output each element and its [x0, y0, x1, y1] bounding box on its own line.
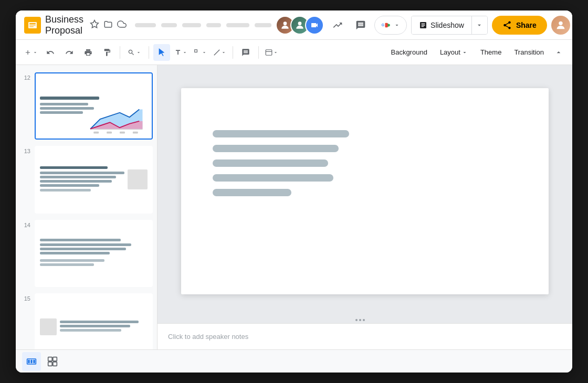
bottom-panel — [16, 349, 572, 373]
svg-rect-24 — [33, 359, 35, 363]
star-icon[interactable] — [90, 19, 99, 31]
svg-rect-16 — [91, 129, 143, 130]
comments-icon[interactable] — [351, 16, 370, 35]
canvas-scroll[interactable] — [158, 65, 572, 317]
separator-4 — [258, 46, 259, 59]
redo-button[interactable] — [61, 44, 78, 61]
slide-thumbnail-12[interactable] — [35, 72, 153, 140]
title-actions — [90, 19, 127, 31]
slide-thumbnail-13[interactable] — [35, 146, 153, 213]
collapse-toolbar-button[interactable] — [551, 45, 566, 60]
speaker-notes[interactable]: Click to add speaker notes — [158, 323, 572, 349]
slide-canvas[interactable] — [181, 88, 549, 294]
slideshow-button[interactable]: Slideshow — [412, 16, 471, 34]
content-line-4 — [213, 174, 333, 182]
layout-label: Layout — [440, 48, 460, 56]
background-button[interactable]: Background — [385, 44, 432, 61]
svg-rect-12 — [195, 49, 197, 52]
text-tool[interactable] — [172, 44, 190, 61]
slide-item-15[interactable]: 15 — [16, 290, 157, 349]
svg-rect-15 — [266, 51, 272, 51]
content-line-1 — [213, 130, 349, 137]
toolbar-right: Background Layout Theme Transition — [385, 44, 566, 61]
thumb-15-image — [40, 318, 57, 335]
slideshow-dropdown[interactable] — [471, 16, 487, 34]
title-bar: Business Proposal — [16, 10, 572, 40]
slide-panel: 12 — [16, 65, 158, 349]
print-button[interactable] — [80, 44, 97, 61]
add-button[interactable] — [22, 44, 40, 61]
slides-logo-icon — [24, 17, 41, 34]
shape-tool[interactable] — [192, 44, 209, 61]
theme-button[interactable]: Theme — [475, 44, 507, 61]
svg-rect-28 — [53, 361, 57, 366]
slideshow-button-group: Slideshow — [411, 16, 488, 35]
resize-handle[interactable] — [355, 319, 365, 321]
collaborators — [276, 16, 324, 35]
slide-number-13: 13 — [20, 146, 30, 154]
svg-point-7 — [298, 22, 302, 25]
svg-rect-2 — [29, 23, 36, 24]
folder-icon[interactable] — [103, 19, 113, 31]
document-title[interactable]: Business Proposal — [45, 14, 83, 36]
slide-item-12[interactable]: 12 — [16, 69, 157, 143]
filmstrip-view-button[interactable] — [22, 352, 41, 371]
share-label: Share — [516, 21, 537, 29]
slide-layout-tool[interactable] — [263, 44, 280, 61]
paint-format-button[interactable] — [99, 44, 116, 61]
svg-rect-14 — [266, 49, 272, 55]
thumb-13-image — [128, 169, 148, 189]
svg-rect-23 — [30, 359, 32, 363]
svg-rect-27 — [48, 361, 52, 366]
separator-2 — [149, 46, 149, 59]
grid-view-button[interactable] — [43, 352, 62, 371]
svg-rect-20 — [133, 132, 138, 134]
svg-rect-4 — [29, 26, 34, 27]
slideshow-label: Slideshow — [430, 21, 464, 29]
main-area: 12 — [16, 65, 572, 349]
svg-rect-19 — [120, 132, 125, 134]
zoom-button[interactable] — [124, 44, 144, 61]
title-right-actions: G Slideshow — [276, 16, 570, 35]
svg-rect-25 — [48, 357, 52, 361]
slide-main-content — [181, 88, 549, 238]
add-comment-tool[interactable] — [237, 44, 254, 61]
slide-item-13[interactable]: 13 — [16, 143, 157, 216]
collaborator-badge — [305, 16, 324, 35]
user-avatar[interactable] — [551, 16, 570, 35]
svg-rect-18 — [107, 132, 112, 134]
svg-text:G: G — [382, 23, 384, 27]
toolbar: Background Layout Theme Transition — [16, 40, 572, 65]
svg-rect-10 — [385, 23, 388, 27]
line-tool[interactable] — [211, 44, 228, 61]
slide-number-14: 14 — [20, 220, 30, 228]
content-line-3 — [213, 159, 328, 167]
slide-thumbnail-15[interactable] — [35, 293, 153, 349]
transition-label: Transition — [514, 48, 544, 56]
slide-thumbnail-14[interactable] — [35, 220, 153, 287]
slide-number-15: 15 — [20, 293, 30, 302]
separator-1 — [120, 46, 120, 59]
share-button[interactable]: Share — [492, 16, 547, 35]
svg-rect-22 — [28, 359, 29, 363]
layout-button[interactable]: Layout — [435, 44, 473, 61]
slide-number-12: 12 — [20, 72, 30, 81]
content-line-2 — [213, 145, 339, 152]
analytics-icon[interactable] — [328, 16, 347, 35]
svg-point-11 — [559, 21, 562, 25]
separator-3 — [233, 46, 233, 59]
svg-rect-26 — [53, 357, 57, 361]
theme-label: Theme — [480, 48, 501, 56]
svg-marker-5 — [91, 20, 99, 27]
content-line-5 — [213, 189, 291, 196]
meet-button[interactable]: G — [374, 16, 407, 35]
svg-rect-17 — [94, 132, 99, 134]
cloud-icon[interactable] — [117, 19, 127, 31]
slide-item-14[interactable]: 14 — [16, 217, 157, 290]
select-tool[interactable] — [153, 44, 170, 61]
svg-line-13 — [214, 49, 220, 55]
speaker-notes-placeholder: Click to add speaker notes — [168, 333, 248, 341]
transition-button[interactable]: Transition — [509, 44, 549, 61]
undo-button[interactable] — [42, 44, 59, 61]
menu-bar — [135, 23, 271, 27]
